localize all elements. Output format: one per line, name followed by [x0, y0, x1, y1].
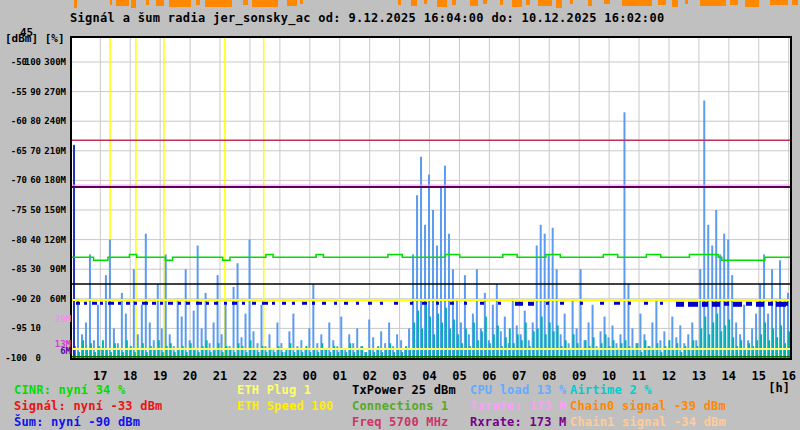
chain0-top-mark	[622, 0, 652, 6]
airtime-bar	[541, 317, 543, 358]
plot-area	[72, 38, 790, 358]
airtime-bar	[533, 331, 535, 358]
cpu-load-bar	[89, 254, 91, 358]
noise-dash	[196, 302, 202, 305]
airtime-bar	[636, 343, 638, 358]
hour-tick-label: 13	[684, 369, 714, 383]
chain0-top-mark	[411, 0, 417, 6]
noise-dash	[334, 302, 337, 305]
noise-dash	[126, 302, 130, 305]
hour-tick-label: 22	[235, 369, 265, 383]
airtime-bar	[704, 317, 706, 358]
airtime-bar	[509, 328, 511, 358]
airtime-bar	[605, 334, 607, 358]
cpu-load-bar	[233, 287, 235, 358]
cpu-load-bar	[292, 314, 294, 358]
noise-dash	[724, 302, 729, 306]
airtime-bar	[473, 322, 475, 358]
legend-item: Txrate: 173 M	[470, 399, 567, 413]
hour-tick-label: 04	[415, 369, 445, 383]
airtime-bar	[413, 322, 415, 358]
airtime-bar	[449, 328, 451, 358]
legend-item: ETH Plug 1	[237, 383, 311, 397]
chain0-top-mark	[300, 0, 303, 4]
chain0-top-mark	[745, 0, 759, 7]
rate-tick-label: 60M	[0, 294, 66, 305]
airtime-bar	[708, 334, 710, 358]
rate-tick-label: 240M	[0, 116, 66, 127]
noise-dash	[614, 302, 620, 305]
noise-dash	[480, 302, 484, 305]
noise-dash	[100, 302, 103, 305]
hour-tick-label: 05	[444, 369, 474, 383]
hour-tick-label: 19	[145, 369, 175, 383]
chain0-top-mark	[470, 0, 478, 6]
airtime-bar	[481, 331, 483, 358]
legend-item: Rxrate: 173 M	[470, 415, 567, 429]
noise-dash	[394, 302, 398, 305]
chain0-top-mark	[672, 0, 678, 7]
airtime-bar	[525, 322, 527, 358]
airtime-bar	[90, 343, 92, 358]
chain0-top-mark	[398, 0, 401, 5]
chain0-top-mark	[169, 0, 191, 7]
noise-dash	[368, 302, 372, 305]
legend-item: ETH Speed 100	[237, 399, 334, 413]
airtime-bar	[716, 314, 718, 358]
noise-dash	[108, 302, 114, 305]
noise-dash	[262, 302, 268, 305]
airtime-bar	[238, 343, 240, 358]
rate-tick-label: 270M	[0, 87, 66, 98]
noise-dash	[644, 302, 648, 305]
noise-dash	[302, 302, 307, 305]
airtime-bar	[764, 322, 766, 358]
noise-dash	[733, 302, 742, 307]
noise-dash	[206, 302, 209, 305]
airtime-bar	[553, 331, 555, 358]
airtime-bar	[453, 320, 455, 358]
chain0-top-mark	[556, 0, 562, 8]
chain0-top-mark	[500, 0, 503, 5]
airtime-bar	[218, 343, 220, 358]
noise-dash	[628, 302, 631, 305]
rate-tick-label: 300M	[0, 57, 66, 68]
hour-tick-label: 23	[265, 369, 295, 383]
noise-dash	[214, 302, 218, 305]
rate-tick-label: 120M	[0, 235, 66, 246]
noise-dash	[712, 302, 720, 307]
percent-tick-label: 10	[0, 323, 41, 334]
hour-tick-label: 14	[714, 369, 744, 383]
airtime-bar	[429, 317, 431, 358]
chain0-top-mark	[588, 0, 592, 6]
noise-dash	[356, 302, 359, 305]
airtime-bar	[780, 325, 782, 358]
noise-dash	[322, 302, 326, 305]
noise-dash	[600, 302, 604, 305]
chain0-top-mark	[116, 0, 129, 6]
noise-dash	[118, 302, 121, 305]
noise-dash	[152, 302, 156, 305]
chain0-top-mark	[252, 0, 278, 7]
chain0-top-mark	[730, 0, 738, 5]
noise-dash	[756, 302, 764, 307]
hour-tick-label: 01	[325, 369, 355, 383]
legend-item: Freq 5700 MHz	[352, 415, 449, 429]
airtime-bar	[445, 308, 447, 358]
chain0-top-mark	[437, 0, 447, 7]
chain0-top-mark	[452, 0, 456, 5]
airtime-bar	[493, 334, 495, 358]
chain0-top-mark	[483, 0, 487, 4]
chain0-top-mark	[526, 0, 530, 5]
noise-dash	[560, 302, 564, 305]
chain0-top-mark	[424, 0, 427, 4]
cpu-load-bar	[105, 275, 107, 358]
airtime-bar	[513, 343, 515, 358]
noise-dash	[242, 302, 245, 305]
airtime-bar	[421, 328, 423, 358]
hour-tick-label: 10	[594, 369, 624, 383]
chain0-top-mark	[604, 0, 610, 4]
hour-tick-label: 03	[385, 369, 415, 383]
airtime-bar	[573, 334, 575, 358]
airtime-bar	[748, 343, 750, 358]
hour-tick-label: 08	[534, 369, 564, 383]
